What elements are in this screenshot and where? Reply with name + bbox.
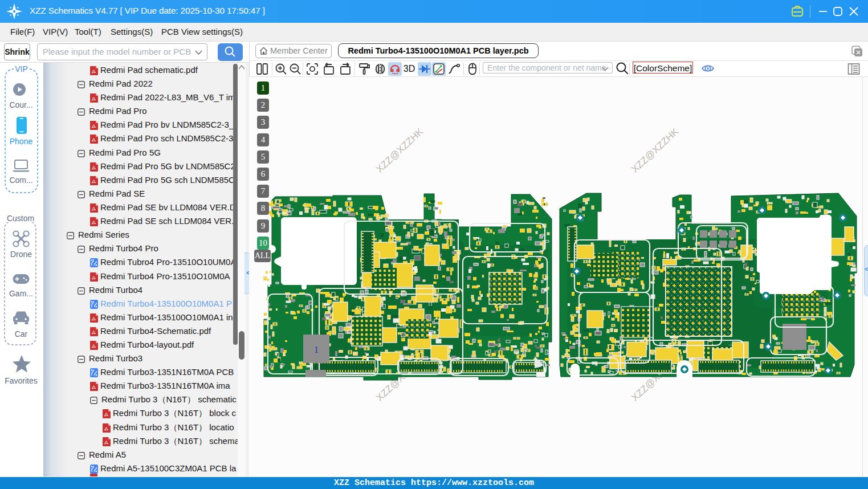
svg-text:1: 1 bbox=[314, 345, 319, 354]
